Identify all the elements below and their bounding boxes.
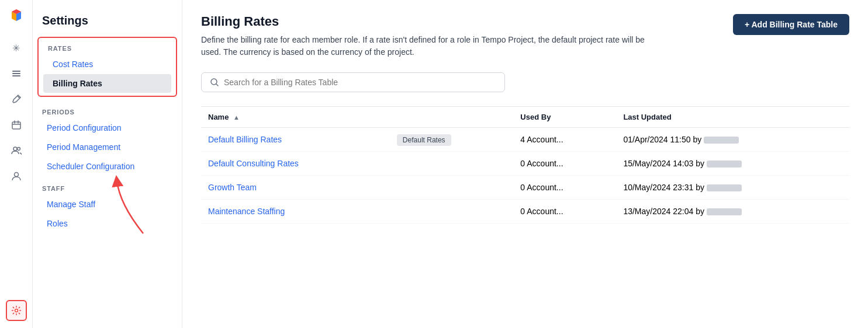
- blurred-username: [704, 137, 739, 144]
- svg-point-7: [15, 309, 18, 312]
- search-input[interactable]: [224, 78, 496, 87]
- svg-point-4: [13, 147, 17, 151]
- main-header-text: Billing Rates Define the billing rate fo…: [201, 14, 657, 58]
- icon-sidebar: ✳: [0, 0, 33, 328]
- table-row: Growth Team0 Account...10/May/2024 23:31…: [201, 176, 849, 200]
- section-label-periods: PERIODS: [33, 104, 182, 118]
- sidebar-item-cost-rates[interactable]: Cost Rates: [43, 55, 171, 74]
- calendar-icon[interactable]: [6, 114, 27, 135]
- search-bar: [201, 72, 505, 92]
- col-header-used-by: Used By: [513, 107, 616, 128]
- blurred-username: [707, 160, 742, 168]
- row-last-updated-cell: 01/Apr/2024 11:50 by: [616, 128, 849, 152]
- person-icon[interactable]: [6, 166, 27, 187]
- svg-point-6: [14, 173, 18, 177]
- col-header-badge: [385, 107, 514, 128]
- section-label-rates: RATES: [39, 40, 176, 54]
- col-header-name[interactable]: Name ▲: [201, 107, 385, 128]
- row-name-cell: Default Billing Rates: [201, 128, 385, 152]
- section-label-staff: STAFF: [33, 180, 182, 194]
- row-badge-cell: Default Rates: [385, 128, 514, 152]
- row-used-by-cell: 0 Account...: [513, 200, 616, 224]
- sidebar-item-roles[interactable]: Roles: [37, 214, 177, 233]
- search-container: [201, 72, 849, 92]
- row-last-updated-cell: 15/May/2024 14:03 by: [616, 152, 849, 176]
- row-badge-cell: [385, 152, 514, 176]
- billing-rates-table: Name ▲ Used By Last Updated Default Bill…: [201, 106, 849, 224]
- sort-arrow-icon: ▲: [233, 114, 240, 121]
- sidebar-item-period-mgmt[interactable]: Period Management: [37, 138, 177, 156]
- search-icon: [210, 78, 219, 87]
- row-badge-cell: [385, 200, 514, 224]
- svg-rect-2: [12, 75, 20, 76]
- default-rates-badge: Default Rates: [397, 134, 451, 146]
- row-badge-cell: [385, 176, 514, 200]
- row-name-cell: Default Consulting Rates: [201, 152, 385, 176]
- list-icon[interactable]: [6, 63, 27, 84]
- main-content: Billing Rates Define the billing rate fo…: [182, 0, 868, 328]
- row-name-link[interactable]: Default Consulting Rates: [208, 159, 299, 168]
- main-description: Define the billing rate for each member …: [201, 34, 657, 58]
- settings-icon[interactable]: [6, 300, 27, 321]
- asterisk-icon[interactable]: ✳: [6, 37, 27, 58]
- row-name-link[interactable]: Maintenance Staffing: [208, 207, 285, 216]
- sidebar-item-period-config[interactable]: Period Configuration: [37, 118, 177, 137]
- row-used-by-cell: 0 Account...: [513, 176, 616, 200]
- sidebar-item-manage-staff[interactable]: Manage Staff: [37, 195, 177, 214]
- col-header-last-updated: Last Updated: [616, 107, 849, 128]
- row-name-cell: Maintenance Staffing: [201, 200, 385, 224]
- row-used-by-cell: 4 Account...: [513, 128, 616, 152]
- table-row: Default Billing RatesDefault Rates4 Acco…: [201, 128, 849, 152]
- svg-rect-3: [12, 122, 20, 129]
- users-icon[interactable]: [6, 140, 27, 161]
- svg-point-5: [17, 148, 20, 151]
- row-name-link[interactable]: Growth Team: [208, 183, 257, 192]
- section-staff: STAFF Manage Staff Roles: [33, 180, 182, 233]
- blurred-username: [707, 208, 742, 215]
- row-used-by-cell: 0 Account...: [513, 152, 616, 176]
- page-title: Settings: [33, 9, 182, 37]
- row-last-updated-cell: 10/May/2024 23:31 by: [616, 176, 849, 200]
- table-row: Default Consulting Rates0 Account...15/M…: [201, 152, 849, 176]
- sidebar-item-billing-rates[interactable]: Billing Rates: [43, 74, 171, 93]
- main-heading: Billing Rates: [201, 14, 657, 29]
- section-periods: PERIODS Period Configuration Period Mana…: [33, 104, 182, 176]
- row-last-updated-cell: 13/May/2024 22:04 by: [616, 200, 849, 224]
- main-header: Billing Rates Define the billing rate fo…: [201, 14, 849, 58]
- blurred-username: [707, 184, 742, 191]
- sidebar-item-scheduler-config[interactable]: Scheduler Configuration: [37, 157, 177, 176]
- table-row: Maintenance Staffing0 Account...13/May/2…: [201, 200, 849, 224]
- svg-rect-1: [12, 73, 20, 74]
- add-billing-rate-table-button[interactable]: + Add Billing Rate Table: [733, 14, 849, 35]
- nav-sidebar: Settings RATES Cost Rates Billing Rates …: [33, 0, 182, 328]
- row-name-link[interactable]: Default Billing Rates: [208, 135, 282, 144]
- app-logo: [7, 7, 26, 28]
- row-name-cell: Growth Team: [201, 176, 385, 200]
- pencil-icon[interactable]: [6, 89, 27, 110]
- svg-rect-0: [12, 71, 20, 72]
